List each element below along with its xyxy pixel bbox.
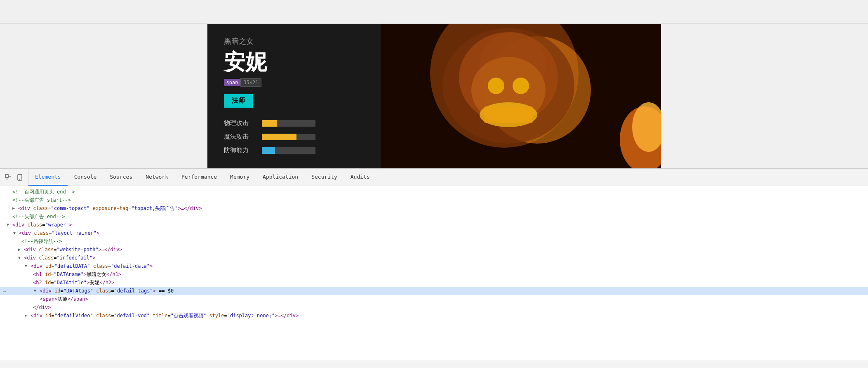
svg-point-9	[488, 78, 504, 94]
span-badge: span 35×21	[224, 78, 364, 87]
champion-class: 法师	[224, 94, 253, 108]
expand-arrow-10[interactable]: ▼	[25, 262, 31, 270]
champion-svg	[381, 24, 661, 168]
champion-info: 黑暗之女 安妮 span 35×21 法师 物理攻击	[207, 24, 381, 168]
code-line-4: <!--头部广告 end-->	[0, 212, 868, 221]
inspect-element-button[interactable]	[3, 172, 13, 182]
code-line-7: <!--路径导航-->	[0, 237, 868, 245]
devtools-bottom	[0, 360, 868, 368]
stat-row-2: 魔法攻击	[224, 133, 364, 141]
stat-row-1: 物理攻击	[224, 119, 364, 127]
tab-sources[interactable]: Sources	[103, 169, 139, 186]
devtools-panel: Elements Console Sources Network Perform…	[0, 168, 868, 368]
main-area: 黑暗之女 安妮 span 35×21 法师 物理攻击	[0, 24, 868, 368]
expand-arrow-5[interactable]: ▼	[7, 221, 12, 229]
tab-audits[interactable]: Audits	[344, 169, 376, 186]
tab-memory[interactable]: Memory	[223, 169, 256, 186]
span-tag-label: span	[224, 79, 241, 86]
stat-bar-bg-1	[262, 120, 315, 127]
expand-arrow-13[interactable]: ▼	[34, 287, 40, 295]
expand-arrow-8[interactable]: ▶	[18, 246, 24, 253]
expand-arrow-3[interactable]: ▶	[12, 205, 18, 212]
stat-label-2: 魔法攻击	[224, 133, 257, 141]
svg-rect-8	[484, 106, 533, 123]
code-line-6[interactable]: ▼ <div class="layout mainer" >	[0, 229, 868, 237]
svg-rect-13	[5, 175, 8, 177]
svg-point-10	[513, 78, 529, 94]
code-line-12: <h2 id="DATAtitle" >安妮</h2>	[0, 278, 868, 287]
code-line-11: <h1 id="DATAname" >黑暗之女</h1>	[0, 270, 868, 278]
webpage-content: 黑暗之女 安妮 span 35×21 法师 物理攻击	[207, 24, 661, 168]
tab-performance[interactable]: Performance	[175, 169, 223, 186]
devtools-content[interactable]: <!--百网通用页头 end--> <!--头部广告 start--> ▶ <d…	[0, 186, 868, 360]
code-line-1: <!--百网通用页头 end-->	[0, 188, 868, 196]
webpage-preview: 黑暗之女 安妮 span 35×21 法师 物理攻击	[0, 24, 868, 168]
code-line-2: <!--头部广告 start-->	[0, 196, 868, 204]
code-line-5[interactable]: ▼ <div class="wraper" >	[0, 221, 868, 229]
expand-arrow-16[interactable]: ▶	[25, 312, 31, 319]
tab-console[interactable]: Console	[68, 169, 104, 186]
champion-class-tag: 法师	[224, 94, 364, 116]
stat-row-3: 防御能力	[224, 146, 364, 154]
code-line-13[interactable]: … ▼ <div id="DATAtags" class="defail-tag…	[0, 287, 868, 295]
svg-point-17	[19, 179, 20, 180]
stat-bar-bg-3	[262, 147, 315, 154]
tab-security[interactable]: Security	[305, 169, 344, 186]
champion-subtitle: 黑暗之女	[224, 36, 364, 46]
code-line-3[interactable]: ▶ <div class="comm-topact" exposure-tag=…	[0, 204, 868, 212]
devtools-toolbar: Elements Console Sources Network Perform…	[0, 169, 868, 186]
code-line-15: </div>	[0, 303, 868, 311]
champion-name: 安妮	[224, 51, 364, 73]
tab-application[interactable]: Application	[256, 169, 305, 186]
devtools-tabs: Elements Console Sources Network Perform…	[28, 169, 376, 186]
code-line-8[interactable]: ▶ <div class="website-path" >…</div>	[0, 245, 868, 254]
tab-elements[interactable]: Elements	[28, 169, 68, 186]
code-line-14: <span>法师</span>	[0, 295, 868, 303]
expand-arrow-6[interactable]: ▼	[13, 229, 19, 237]
tab-network[interactable]: Network	[139, 169, 175, 186]
code-line-10[interactable]: ▼ <div id="defailDATA" class="defail-dat…	[0, 262, 868, 270]
stat-label-1: 物理攻击	[224, 119, 257, 127]
span-size-label: 35×21	[240, 78, 261, 87]
stat-bar-bg-2	[262, 134, 315, 140]
dots-button[interactable]: …	[0, 287, 9, 295]
browser-toolbar	[0, 0, 868, 24]
champion-image	[381, 24, 661, 168]
code-line-16[interactable]: ▶ <div id="defailVideo" class="defail-vo…	[0, 311, 868, 320]
devtools-icons	[0, 169, 28, 186]
mobile-device-button[interactable]	[15, 172, 25, 182]
stat-bar-fill-1	[262, 120, 277, 127]
stat-bar-fill-2	[262, 134, 297, 140]
stat-bar-fill-3	[262, 147, 275, 154]
expand-arrow-9[interactable]: ▼	[18, 254, 24, 262]
stat-label-3: 防御能力	[224, 146, 257, 154]
code-line-9[interactable]: ▼ <div class="infodefail" >	[0, 254, 868, 262]
